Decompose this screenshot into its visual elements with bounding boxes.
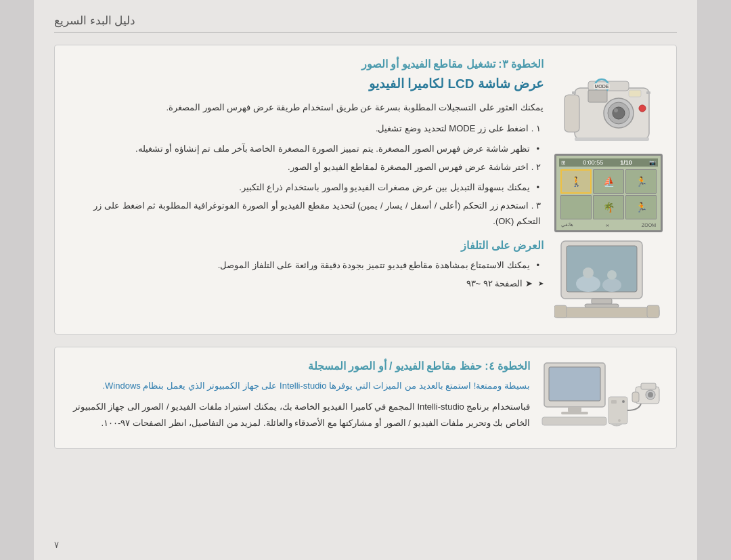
lcd-screen: 📷 1/10 0:00:55 ⊞ 🏃 ⛵ 🚶 🏃 🌴 ZOOM ∞ هاتف [554, 154, 663, 232]
section1-item3: ٣ . استخدم زر التحكم (أعلى / أسفل / يسار… [68, 198, 544, 230]
svg-point-12 [639, 105, 646, 112]
section1-subtitle-tv: العرض على التلفاز [68, 239, 544, 252]
thumb-1: 🏃 [625, 169, 657, 194]
svg-point-21 [607, 270, 617, 280]
section1-images: MODE 📷 1/10 [554, 58, 663, 322]
lcd-bottom-bar: ZOOM ∞ هاتفي [559, 221, 658, 228]
svg-point-36 [622, 400, 625, 403]
thumb-3-selected: 🚶 [560, 169, 592, 194]
section1-body1: يمكنك العثور على التسجيلات المطلوبة بسرع… [68, 100, 544, 115]
section1-page-ref: ➤ الصفحة ٩٢ ~٩٣ [68, 276, 544, 291]
section2-images [541, 360, 663, 436]
camera-illustration: MODE [554, 58, 663, 148]
svg-rect-25 [554, 305, 567, 318]
svg-rect-35 [611, 400, 617, 404]
section2-step-title: الخطوة ٤: حفظ مقاطع الفيديو / أو الصور ا… [68, 360, 530, 372]
svg-rect-28 [549, 367, 600, 401]
section1-step-title: الخطوة ٣: تشغيل مقاطع الفيديو أو الصور [68, 58, 544, 70]
svg-rect-24 [554, 307, 659, 318]
svg-point-19 [583, 267, 594, 278]
svg-rect-22 [592, 299, 612, 304]
section1-bullet2: يمكنك بسهولة التبديل بين عرض مصغرات الفي… [68, 179, 544, 195]
lcd-zoom-label: ZOOM [642, 223, 656, 228]
thumb-6 [560, 195, 592, 219]
section2-box: الخطوة ٤: حفظ مقاطع الفيديو / أو الصور ا… [54, 347, 677, 449]
svg-point-4 [613, 107, 625, 119]
svg-point-20 [602, 278, 621, 292]
svg-point-5 [614, 108, 618, 112]
lcd-left-label: هاتفي [561, 222, 573, 228]
page-number: ٧ [54, 540, 59, 550]
thumb-4: 🏃 [625, 195, 657, 219]
svg-rect-11 [629, 90, 641, 97]
computer-camcorder-illustration [541, 360, 663, 427]
svg-rect-13 [572, 91, 576, 94]
thumb-2: ⛵ [593, 169, 624, 194]
svg-rect-30 [561, 412, 588, 414]
section2-body1: فباستخدام برنامج Intelli-studio المجمع ف… [68, 399, 530, 431]
tv-illustration [554, 238, 663, 322]
svg-point-41 [648, 392, 653, 397]
svg-rect-26 [647, 305, 659, 318]
thumb-5: 🌴 [593, 195, 624, 219]
section1-bullet1: تظهر شاشة عرض فهرس الصور المصغرة. يتم تم… [68, 141, 544, 156]
section2-subtitle-blue: بسيطة وممتعة! استمتع بالعديد من الميزات … [68, 378, 530, 393]
svg-text:MODE: MODE [595, 84, 609, 89]
svg-point-37 [618, 419, 621, 422]
svg-rect-14 [646, 91, 650, 94]
section1-item1: ١ . اضغط على زر MODE لتحديد وضع تشغيل. [68, 121, 544, 136]
svg-rect-15 [575, 137, 649, 141]
page-wrapper: دليل البدء السريع [34, 0, 697, 560]
section1-bullet3: يمكنك الاستمتاع بمشاهدة مقاطع فيديو تتمي… [68, 257, 544, 273]
lcd-thumbnails: 🏃 ⛵ 🚶 🏃 🌴 [559, 168, 658, 221]
svg-rect-23 [585, 304, 619, 307]
svg-rect-1 [564, 95, 579, 132]
section1-box: MODE 📷 1/10 [54, 45, 677, 335]
section2-content: الخطوة ٤: حفظ مقاطع الفيديو / أو الصور ا… [68, 360, 530, 436]
section1-content: الخطوة ٣: تشغيل مقاطع الفيديو أو الصور ع… [68, 58, 544, 322]
svg-rect-10 [588, 90, 607, 102]
section1-subtitle-lcd: عرض شاشة LCD لكاميرا الفيديو [68, 76, 544, 91]
svg-rect-29 [568, 407, 581, 412]
svg-rect-39 [632, 392, 639, 402]
page-title: دليل البدء السريع [54, 14, 135, 28]
section1-item2: ٢ . اختر شاشة عرض فهرس الصور المصغرة لمق… [68, 159, 544, 175]
svg-rect-31 [542, 417, 606, 425]
title-bar: دليل البدء السريع [54, 14, 677, 33]
lcd-icons: ∞ [606, 223, 609, 228]
svg-rect-42 [641, 383, 656, 389]
